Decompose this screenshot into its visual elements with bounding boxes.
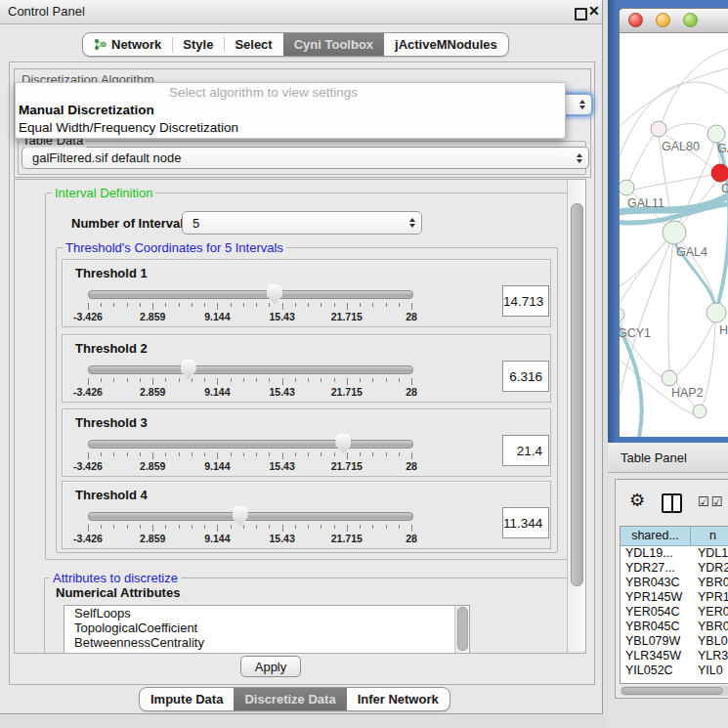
table-row[interactable]: YDL19...YDL1 (621, 546, 728, 561)
tab-network[interactable]: Network (83, 33, 172, 56)
gear-icon[interactable]: ⚙ (629, 492, 645, 509)
tab-impute-data[interactable]: Impute Data (140, 688, 234, 710)
numerical-attributes-list[interactable]: SelfLoopsTopologicalCoefficientBetweenne… (64, 605, 470, 654)
vertical-scrollbar[interactable] (567, 180, 585, 651)
network-node[interactable] (620, 308, 624, 321)
table-row[interactable]: YBR045CYBR0 (621, 620, 728, 634)
network-view-window: GAL80GACGAL11GAL4GCY1HHAP2 (608, 0, 728, 443)
number-of-intervals-label: Number of Intervals (71, 216, 191, 231)
table-row[interactable]: YPR145WYPR1 (621, 590, 728, 605)
column-header[interactable]: n (691, 527, 728, 546)
control-panel-tabbar: NetworkStyleSelectCyni ToolboxjActiveMNo… (82, 32, 509, 57)
network-node[interactable] (651, 121, 666, 137)
slider-thumb[interactable] (181, 360, 196, 379)
tick-mark (372, 452, 373, 456)
threshold-value-field[interactable]: 21.4 (502, 435, 549, 466)
network-node[interactable] (707, 125, 725, 143)
tick-mark (321, 378, 321, 382)
number-of-intervals-combobox[interactable]: 5 (182, 211, 422, 235)
slider-track[interactable] (88, 440, 413, 449)
tick-mark (127, 452, 128, 456)
horizontal-scrollbar[interactable] (620, 686, 728, 696)
table-row[interactable]: YIL052CYIL0 (621, 664, 728, 678)
slider-track[interactable] (88, 290, 413, 299)
minimize-window-icon[interactable] (656, 13, 670, 27)
slider-track[interactable] (88, 512, 413, 521)
threshold-label: Threshold 3 (75, 415, 148, 430)
slider-thumb[interactable] (335, 434, 351, 453)
close-window-icon[interactable] (628, 13, 643, 27)
tick-label: 2.859 (140, 386, 165, 398)
node-table[interactable]: shared...nYDL19...YDL1YDR27...YDR2YBR043… (620, 526, 728, 684)
table-row[interactable]: YBR043CYBR0 (621, 576, 728, 590)
tick-mark (347, 525, 348, 532)
tick-mark (360, 378, 361, 382)
float-window-icon[interactable] (575, 8, 587, 21)
threshold-value-field[interactable]: 11.344 (502, 507, 549, 538)
table-row[interactable]: YBL079WYBL0 (621, 634, 728, 649)
popup-option-manual-discretization[interactable]: Manual Discretization (16, 102, 565, 119)
zoom-window-icon[interactable] (683, 13, 698, 27)
tab-cyni-toolbox[interactable]: Cyni Toolbox (283, 33, 384, 56)
tab-select[interactable]: Select (224, 33, 282, 56)
network-edge (674, 143, 714, 233)
select-columns-icon[interactable]: ☑☑ (698, 494, 724, 509)
popup-placeholder-item[interactable]: Select algorithm to view settings (16, 83, 565, 102)
tick-mark (321, 452, 321, 456)
vertical-scrollbar-thumb[interactable] (571, 203, 583, 586)
tab-infer-network[interactable]: Infer Network (347, 688, 450, 710)
tick-mark (347, 303, 348, 310)
network-node[interactable] (711, 164, 728, 182)
tick-mark (127, 525, 128, 529)
tab-discretize-data[interactable]: Discretize Data (234, 688, 346, 710)
table-row[interactable]: YDR27...YDR2 (621, 561, 728, 576)
number-of-intervals-value: 5 (183, 216, 404, 231)
table-cell: YDR27... (621, 561, 691, 576)
table-cell: YBL0 (691, 634, 728, 649)
slider-track[interactable] (88, 365, 413, 374)
tick-mark (217, 525, 218, 532)
list-item[interactable]: TopologicalCoefficient (64, 621, 469, 635)
network-node[interactable] (620, 180, 634, 195)
tick-label: 15.43 (269, 386, 294, 398)
tab-label: Impute Data (150, 692, 223, 707)
list-item[interactable]: BetweennessCentrality (64, 635, 469, 650)
slider-thumb[interactable] (233, 506, 248, 526)
control-panel-window: Control Panel ✕ NetworkStyleSelectCyni T… (0, 0, 603, 714)
tick-mark (127, 303, 128, 307)
column-header[interactable]: shared... (621, 527, 691, 546)
popup-option-equal-width-frequency[interactable]: Equal Width/Frequency Discretization (16, 119, 565, 137)
threshold-value-field[interactable]: 6.316 (502, 361, 549, 392)
network-canvas[interactable]: GAL80GACGAL11GAL4GCY1HHAP2 (620, 33, 728, 437)
list-item[interactable]: SelfLoops (64, 606, 469, 621)
threshold-value-field[interactable]: 14.713 (502, 285, 549, 317)
network-edge (676, 321, 714, 375)
network-node[interactable] (693, 405, 707, 418)
tick-mark (347, 378, 348, 385)
network-node[interactable] (707, 303, 726, 322)
columns-icon[interactable] (662, 493, 682, 513)
table-row[interactable]: YLR345WYLR3 (621, 649, 728, 664)
network-node[interactable] (663, 221, 686, 244)
tab-style[interactable]: Style (172, 33, 224, 56)
horizontal-scrollbar-thumb[interactable] (621, 687, 723, 695)
slider-thumb[interactable] (267, 284, 282, 304)
tick-label: 9.144 (204, 460, 230, 472)
tick-label: 15.43 (269, 311, 294, 322)
combo-stepper-icon (571, 153, 588, 163)
table-data-combobox[interactable]: galFiltered.sif default node (21, 147, 589, 169)
table-cell: YER0 (691, 605, 728, 620)
tab-label: Select (235, 37, 272, 52)
table-cell: YDL19... (621, 546, 691, 561)
list-scrollbar[interactable] (454, 606, 469, 653)
table-row[interactable]: YER054CYER0 (621, 605, 728, 620)
list-scrollbar-thumb[interactable] (457, 607, 468, 651)
table-header-row: shared...n (621, 527, 728, 546)
close-panel-icon[interactable]: ✕ (588, 3, 600, 19)
network-node-label: GCY1 (620, 326, 651, 340)
network-node[interactable] (662, 370, 677, 386)
network-window-titlebar[interactable] (620, 9, 728, 33)
tick-mark (321, 525, 321, 529)
apply-button[interactable]: Apply (240, 656, 301, 677)
tab-jactivemnodules[interactable]: jActiveMNodules (384, 33, 508, 56)
